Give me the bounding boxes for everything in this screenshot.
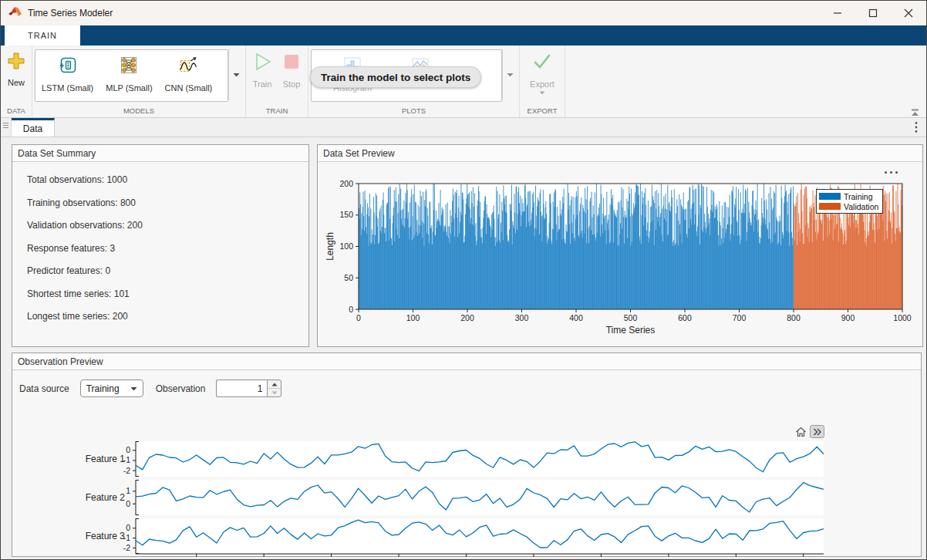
svg-text:70: 70 [597,558,606,559]
section-data: New DATA [1,46,32,117]
data-source-dropdown[interactable]: Training [80,380,143,397]
preview-figure: 0501001502000100200300400500600700800900… [318,162,922,349]
summary-panel-title: Data Set Summary [12,145,308,162]
chevron-down-icon [130,386,137,391]
svg-text:0: 0 [126,499,130,508]
svg-text:1000: 1000 [893,313,912,322]
tab-train[interactable]: TRAIN [5,25,80,46]
svg-text:500: 500 [624,313,638,322]
svg-text:Feature 1: Feature 1 [86,454,126,464]
svg-text:200: 200 [339,179,353,188]
tab-options-button[interactable] [906,118,926,137]
model-lstm-small[interactable]: LSTM (Small) [35,50,99,101]
svg-text:800: 800 [787,313,801,322]
observation-label: Observation [156,383,206,394]
observation-input[interactable] [216,380,267,397]
model-mlp-small[interactable]: MLP (Small) [99,50,158,101]
svg-text:50: 50 [462,558,471,559]
model-cnn-label: CNN (Small) [165,83,213,93]
export-button-label: Export [530,79,555,89]
chevron-down-icon [507,73,514,77]
models-gallery-dropdown[interactable] [228,49,243,100]
section-train: Train Stop TRAIN [246,46,308,117]
spinner-down-button[interactable] [268,389,281,396]
summary-longest-series: Longest time series: 200 [27,311,308,322]
home-icon [795,427,807,437]
window-title: Time Series Modeler [28,8,113,19]
data-set-summary-panel: Data Set Summary Total observations: 100… [12,144,309,347]
maximize-button[interactable] [855,1,891,25]
svg-text:100: 100 [406,313,420,322]
svg-text:0: 0 [349,305,353,314]
svg-text:80: 80 [664,558,673,559]
section-label-data: DATA [3,105,29,117]
new-plus-icon [7,52,25,73]
double-chevron-right-icon [813,428,822,436]
tab-data[interactable]: Data [12,118,55,137]
svg-text:60: 60 [529,558,538,559]
svg-text:1: 1 [126,486,130,495]
observation-features-chart: 0-1-2Feature 110Feature 20-1-2Feature 31… [12,429,922,559]
summary-response-features: Response features: 3 [27,243,308,254]
svg-text:-2: -2 [123,466,130,475]
svg-text:10: 10 [192,558,201,559]
summary-shortest-series: Shortest time series: 101 [27,288,308,299]
grip-lines-icon [2,122,9,129]
export-button[interactable]: Export [528,49,556,95]
svg-text:150: 150 [339,210,353,219]
stop-square-icon [281,52,302,75]
model-lstm-label: LSTM (Small) [42,83,93,93]
title-bar: Time Series Modeler [1,1,926,25]
expand-axes-toolbar-button[interactable] [810,425,824,438]
summary-validation-observations: Validation observations: 200 [27,220,308,231]
matlab-logo-icon [8,6,22,21]
close-button[interactable] [891,1,926,25]
restore-view-home-button[interactable] [794,425,808,438]
svg-text:-2: -2 [123,543,130,552]
spinner-up-button[interactable] [268,380,281,389]
new-button[interactable]: New [5,49,27,87]
data-set-preview-panel: Data Set Preview 05010015020001002003004… [317,144,923,347]
section-label-plots: PLOTS [311,105,517,117]
chart-legend[interactable]: Training Validation [816,189,883,214]
svg-text:50: 50 [344,273,353,282]
document-tab-bar: Data [1,118,926,137]
lstm-model-icon [58,56,78,79]
svg-text:0: 0 [126,445,130,454]
section-label-train: TRAIN [248,105,305,117]
train-button-label: Train [253,79,272,89]
svg-text:Feature 2: Feature 2 [86,492,126,503]
stop-button[interactable]: Stop [280,49,303,89]
data-source-value: Training [86,383,130,394]
svg-text:600: 600 [678,313,692,322]
collapse-ribbon-button[interactable] [910,106,920,120]
models-gallery: LSTM (Small) [35,49,228,102]
axes-toolbar-ellipsis[interactable] [885,171,898,174]
svg-text:200: 200 [460,313,474,322]
summary-total-observations: Total observations: 1000 [27,174,308,185]
minimize-button[interactable] [820,1,855,25]
model-cnn-small[interactable]: CNN (Small) [159,50,219,101]
train-button[interactable]: Train [251,49,274,89]
svg-text:300: 300 [515,313,529,322]
observation-controls: Data source Training Observation [12,370,921,400]
panel-gripper[interactable] [1,118,12,137]
summary-training-observations: Training observations: 800 [27,197,308,208]
section-models: LSTM (Small) [32,46,246,117]
observation-spinner [216,380,281,397]
cnn-model-icon [178,56,198,79]
svg-text:100: 100 [339,241,353,251]
svg-text:90: 90 [731,558,740,559]
svg-text:900: 900 [841,313,855,322]
ribbon-toolbar: New DATA [1,46,926,118]
legend-item-training: Training [819,191,878,201]
svg-text:40: 40 [394,558,403,559]
new-button-label: New [8,78,25,87]
stop-button-label: Stop [283,79,301,89]
svg-text:700: 700 [733,313,747,322]
training-swatch [819,193,841,200]
preview-panel-title: Data Set Preview [318,145,922,162]
plots-gallery-dropdown[interactable] [502,49,517,100]
vertical-dots-icon [915,121,918,133]
train-play-icon [252,52,272,75]
